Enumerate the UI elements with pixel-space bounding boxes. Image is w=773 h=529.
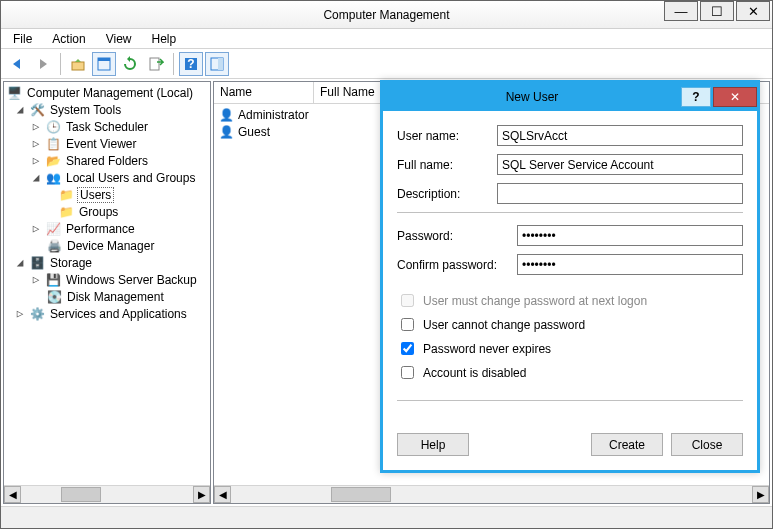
svg-text:?: ? [187, 57, 194, 71]
disk-icon: 💽 [46, 289, 62, 305]
tree-groups[interactable]: Groups [77, 205, 120, 219]
col-name[interactable]: Name [214, 82, 314, 103]
toolbar: ? [1, 49, 772, 79]
user-icon: 👤 [218, 107, 234, 123]
tree-event-viewer[interactable]: Event Viewer [64, 137, 138, 151]
tools-icon: 🛠️ [29, 102, 45, 118]
checkbox-never-expires[interactable]: Password never expires [397, 339, 743, 358]
device-icon: 🖨️ [46, 238, 62, 254]
properties-button[interactable] [92, 52, 116, 76]
checkbox-cannot-change-box[interactable] [401, 318, 414, 331]
svg-rect-3 [150, 58, 159, 70]
tree-local-users[interactable]: Local Users and Groups [64, 171, 197, 185]
description-label: Description: [397, 187, 497, 201]
tree-users[interactable]: Users [77, 187, 114, 203]
refresh-button[interactable] [118, 52, 142, 76]
tree-disk-mgmt[interactable]: Disk Management [65, 290, 166, 304]
checkbox-must-change: User must change password at next logon [397, 291, 743, 310]
performance-icon: 📈 [45, 221, 61, 237]
dialog-buttons: Help Create Close [383, 425, 757, 470]
checkbox-must-change-box [401, 294, 414, 307]
expand-icon[interactable]: ▷ [30, 120, 42, 133]
tree-root[interactable]: Computer Management (Local) [25, 86, 195, 100]
checkbox-disabled[interactable]: Account is disabled [397, 363, 743, 382]
tree-task-scheduler[interactable]: Task Scheduler [64, 120, 150, 134]
help-button[interactable]: ? [179, 52, 203, 76]
svg-rect-0 [72, 62, 84, 70]
list-hscroll[interactable]: ◀ ▶ [214, 485, 769, 503]
fullname-input[interactable] [497, 154, 743, 175]
expand-icon[interactable]: ▷ [30, 273, 42, 286]
collapse-icon[interactable]: ◢ [14, 256, 26, 269]
event-icon: 📋 [45, 136, 61, 152]
menu-file[interactable]: File [5, 30, 40, 48]
expand-icon[interactable]: ▷ [30, 137, 42, 150]
close-dialog-button[interactable]: Close [671, 433, 743, 456]
services-icon: ⚙️ [29, 306, 45, 322]
dialog-body: User name: Full name: Description: Passw… [383, 111, 757, 425]
svg-rect-7 [218, 58, 223, 70]
shared-icon: 📂 [45, 153, 61, 169]
folder-icon: 📁 [58, 187, 74, 203]
collapse-icon[interactable]: ◢ [30, 171, 42, 184]
fullname-label: Full name: [397, 158, 497, 172]
dialog-help-button[interactable]: ? [681, 87, 711, 107]
username-label: User name: [397, 129, 497, 143]
tree-wsb[interactable]: Windows Server Backup [64, 273, 199, 287]
tree-storage[interactable]: Storage [48, 256, 94, 270]
tree-device-manager[interactable]: Device Manager [65, 239, 156, 253]
scroll-left-icon[interactable]: ◀ [214, 486, 231, 503]
checkbox-disabled-box[interactable] [401, 366, 414, 379]
svg-rect-2 [98, 58, 110, 61]
forward-button[interactable] [31, 52, 55, 76]
tree-shared-folders[interactable]: Shared Folders [64, 154, 150, 168]
window-title: Computer Management [1, 8, 772, 22]
password-input[interactable] [517, 225, 743, 246]
username-input[interactable] [497, 125, 743, 146]
menu-view[interactable]: View [98, 30, 140, 48]
storage-icon: 🗄️ [29, 255, 45, 271]
titlebar: Computer Management — ☐ ✕ [1, 1, 772, 29]
back-button[interactable] [5, 52, 29, 76]
confirm-label: Confirm password: [397, 258, 517, 272]
scroll-right-icon[interactable]: ▶ [193, 486, 210, 503]
statusbar [1, 506, 772, 528]
users-group-icon: 👥 [45, 170, 61, 186]
dialog-close-button[interactable]: ✕ [713, 87, 757, 107]
tree-system-tools[interactable]: System Tools [48, 103, 123, 117]
expand-icon[interactable]: ▷ [30, 222, 42, 235]
password-label: Password: [397, 229, 517, 243]
menubar: File Action View Help [1, 29, 772, 49]
scroll-right-icon[interactable]: ▶ [752, 486, 769, 503]
expand-icon[interactable]: ▷ [14, 307, 26, 320]
description-input[interactable] [497, 183, 743, 204]
menu-help[interactable]: Help [144, 30, 185, 48]
tree-hscroll[interactable]: ◀ ▶ [4, 485, 210, 503]
tree-services[interactable]: Services and Applications [48, 307, 189, 321]
confirm-input[interactable] [517, 254, 743, 275]
collapse-icon[interactable]: ◢ [14, 103, 26, 116]
checkbox-cannot-change[interactable]: User cannot change password [397, 315, 743, 334]
computer-icon: 🖥️ [6, 85, 22, 101]
create-button[interactable]: Create [591, 433, 663, 456]
tree-pane: 🖥️Computer Management (Local) ◢🛠️System … [3, 81, 211, 504]
export-button[interactable] [144, 52, 168, 76]
help-button[interactable]: Help [397, 433, 469, 456]
new-user-dialog: New User ? ✕ User name: Full name: Descr… [380, 80, 760, 473]
folder-icon: 📁 [58, 204, 74, 220]
expand-icon[interactable]: ▷ [30, 154, 42, 167]
backup-icon: 💾 [45, 272, 61, 288]
up-button[interactable] [66, 52, 90, 76]
clock-icon: 🕒 [45, 119, 61, 135]
checkbox-never-expires-box[interactable] [401, 342, 414, 355]
tree[interactable]: 🖥️Computer Management (Local) ◢🛠️System … [4, 82, 210, 485]
user-icon: 👤 [218, 124, 234, 140]
tree-performance[interactable]: Performance [64, 222, 137, 236]
menu-action[interactable]: Action [44, 30, 93, 48]
scroll-left-icon[interactable]: ◀ [4, 486, 21, 503]
dialog-titlebar: New User ? ✕ [383, 83, 757, 111]
dialog-title: New User [383, 90, 681, 104]
action-pane-button[interactable] [205, 52, 229, 76]
